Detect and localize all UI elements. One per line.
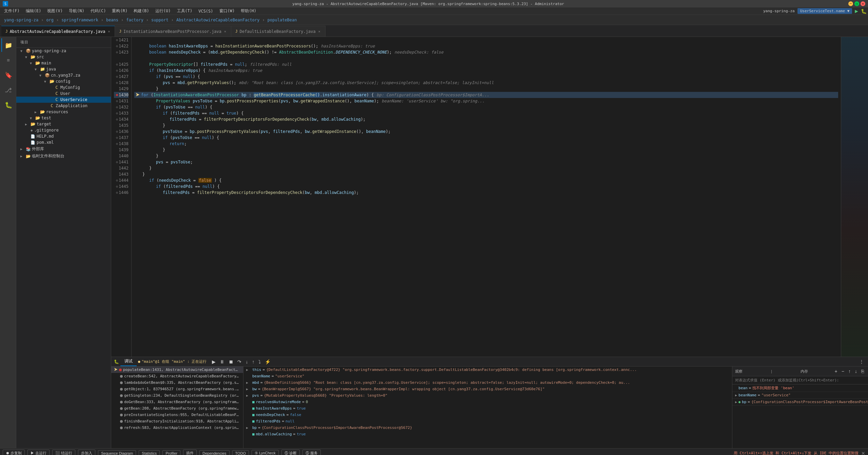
close-tab-3[interactable]: ✕ xyxy=(318,29,321,34)
menu-file[interactable]: 文件(F) xyxy=(1,7,22,15)
stack-frame-active[interactable]: ⮞ populateBean:1431, AbstractAutowireCap… xyxy=(111,367,243,373)
tree-item-resources[interactable]: ▶ 📂 resources xyxy=(16,109,111,115)
breadcrumb-method[interactable]: populateBean xyxy=(266,17,298,23)
var-item-needsdepcheck[interactable]: ▶ ■ needsDepCheck = false xyxy=(243,412,732,418)
debug-step-out-btn[interactable]: ↑ xyxy=(251,358,256,365)
debug-step-over-btn[interactable]: ↷ xyxy=(236,358,243,365)
btn-dependencies[interactable]: Dependencies xyxy=(199,450,229,455)
tree-item-package[interactable]: ▼ 📦 cn.yang37.za xyxy=(16,72,111,78)
tree-item-zaapp[interactable]: ▶ C ZaApplication xyxy=(16,103,111,109)
var-item-filteredpds[interactable]: ▶ ■ filteredPds = null xyxy=(243,418,732,424)
breadcrumb-springframework[interactable]: springframework xyxy=(60,17,99,23)
stack-frame-2[interactable]: lambda$doGetBean$0:335, AbstractBeanFact… xyxy=(111,379,243,386)
run-config[interactable]: UserServiceTest.name ▼ xyxy=(797,8,852,14)
var-item-bw[interactable]: ▶ bw = {BeanWrapperImpl@5667} "org.sprin… xyxy=(243,386,732,392)
warning-close-btn[interactable]: ✕ xyxy=(861,451,865,455)
btn-services[interactable]: ⑤ 服务 xyxy=(302,450,321,455)
tree-item-config[interactable]: ▼ 📂 config xyxy=(16,78,111,84)
btn-todo[interactable]: TODO xyxy=(232,450,249,455)
stack-panel[interactable]: ⮞ populateBean:1431, AbstractAutowireCap… xyxy=(111,367,243,448)
code-editor[interactable]: ◇1421 ◇1422 ◇1423 ◇1425 ◇1426 xyxy=(111,37,868,357)
close-btn[interactable]: ✕ xyxy=(861,1,865,6)
activity-git[interactable]: ⎇ xyxy=(1,83,15,97)
var-item-pvs[interactable]: ▶ pvs = {MutablePropertyValues@5668} "Pr… xyxy=(243,392,732,399)
watch-remove-btn[interactable]: − xyxy=(840,368,846,375)
var-item-this[interactable]: ▶ this = {DefaultListableBeanFactory@472… xyxy=(243,367,732,373)
var-expand-bp[interactable]: ▶ xyxy=(246,426,251,430)
stack-frame-3[interactable]: getObject:1, 837946527 (org.springframew… xyxy=(111,386,243,392)
debug-pause-btn[interactable]: ⏸ xyxy=(218,358,226,365)
activity-bookmark[interactable]: 🔖 xyxy=(1,68,15,82)
tree-item-pom[interactable]: 📄 pom.xml xyxy=(16,139,111,145)
menu-view[interactable]: 视图(V) xyxy=(44,7,65,15)
stack-frame-8[interactable]: finishBeanFactoryInitialization:918, Abs… xyxy=(111,418,243,424)
debug-tab-debugger[interactable]: 调试 xyxy=(120,357,137,366)
close-tab-2[interactable]: ✕ xyxy=(223,29,227,34)
watch-add-btn[interactable]: + xyxy=(833,368,839,375)
tree-item-gitignore[interactable]: ◆ .gitignore xyxy=(16,127,111,133)
menu-code[interactable]: 代码(C) xyxy=(88,7,109,15)
var-expand-bw[interactable]: ▶ xyxy=(246,387,251,391)
tree-item-myconfig[interactable]: ▶ C MyConfig xyxy=(16,84,111,91)
vars-panel[interactable]: ▶ this = {DefaultListableBeanFactory@472… xyxy=(243,367,732,448)
tree-item-java[interactable]: ▼ 📁 java xyxy=(16,66,111,72)
watch-down-btn[interactable]: ↓ xyxy=(853,368,859,375)
btn-statistics[interactable]: Statistics xyxy=(139,450,160,455)
stack-frame-7[interactable]: preInstantiateSingletons:955, DefaultLis… xyxy=(111,412,243,418)
tree-item-userservice[interactable]: ▶ C UserService xyxy=(16,97,111,103)
activity-structure[interactable]: ≡ xyxy=(1,53,15,67)
close-tab-1[interactable]: ✕ xyxy=(107,29,111,34)
var-item-hasinstawarebpps[interactable]: ▶ ■ hasInstAwareBpps = true xyxy=(243,405,732,412)
tree-item-temp[interactable]: ▶ 📂 临时文件和控制台 xyxy=(16,153,111,160)
btn-lyncheck[interactable]: ⑤ LynCheck xyxy=(252,450,279,455)
breadcrumb-beans[interactable]: beans xyxy=(105,17,120,23)
stack-frame-4[interactable]: getSingleton:234, DefaultSingletonBeanRe… xyxy=(111,392,243,399)
stack-frame-1[interactable]: createBean:542, AbstractAutowireCapableB… xyxy=(111,373,243,379)
tree-item-project[interactable]: ▼ 📦 yang-spring-za xyxy=(16,48,111,54)
tree-item-external-libs[interactable]: ▶ 📚 外部库 xyxy=(16,145,111,153)
debug-stop-btn[interactable]: ⏹ xyxy=(227,358,235,365)
btn-stop-run[interactable]: ⬛ 结运行 xyxy=(52,450,75,455)
btn-plugin[interactable]: 插件 xyxy=(183,450,197,455)
btn-step-copy[interactable]: ⏺ 步复制 xyxy=(3,450,25,455)
tree-item-user[interactable]: ▶ C User xyxy=(16,91,111,97)
activity-debug[interactable]: 🐛 xyxy=(1,98,15,112)
var-item-mbd-allowcaching[interactable]: ▶ ■ mbd.allowCaching = true xyxy=(243,431,732,437)
tree-item-src[interactable]: ▼ 📂 src xyxy=(16,54,111,60)
menu-help[interactable]: 帮助(H) xyxy=(238,7,259,15)
debug-step-into-btn[interactable]: ↓ xyxy=(244,358,249,365)
var-item-bp[interactable]: ▶ bp = {ConfigurationClassPostProcessor$… xyxy=(243,424,732,431)
watch-item-bp[interactable]: ▶ ● bp = {ConfigurationClassPostProcesso… xyxy=(732,399,868,405)
watch-tab-observe[interactable]: 观察 xyxy=(735,369,743,374)
var-item-resolvedautowire[interactable]: ▶ ■ resolvedAutowireMode = 0 xyxy=(243,399,732,405)
stack-frame-9[interactable]: refresh:583, AbstractApplicationContext … xyxy=(111,424,243,431)
btn-sequence[interactable]: Sequence Diagram xyxy=(98,450,136,455)
breadcrumb-org[interactable]: org xyxy=(45,17,55,23)
watch-copy-btn[interactable]: ⎘ xyxy=(860,368,865,375)
activity-project[interactable]: 📁 xyxy=(1,38,15,52)
breadcrumb-project[interactable]: yang-spring-za xyxy=(3,17,40,23)
tree-item-test[interactable]: ▼ 📂 test xyxy=(16,115,111,121)
tree-item-main[interactable]: ▼ 📂 main xyxy=(16,60,111,66)
breadcrumb-class[interactable]: AbstractAutowireCapableBeanFactory xyxy=(175,17,261,23)
btn-go-run[interactable]: ▶ 去运行 xyxy=(27,450,50,455)
tree-container[interactable]: ▼ 📦 yang-spring-za ▼ 📂 src ▼ 📂 main ▼ 📁 xyxy=(16,48,111,448)
var-item-beanname[interactable]: ▶ beanName = "userService" xyxy=(243,373,732,379)
btn-step-add[interactable]: 步加入 xyxy=(78,450,95,455)
watch-item-bean[interactable]: ▶ bean = 找不到局部变量 'bean' xyxy=(732,384,868,392)
menu-edit[interactable]: 编辑(E) xyxy=(23,7,44,15)
menu-run[interactable]: 运行(U) xyxy=(153,7,174,15)
watch-expand-beanname[interactable]: ▶ xyxy=(735,393,737,397)
menu-build[interactable]: 构建(B) xyxy=(131,7,152,15)
menu-nav[interactable]: 导航(N) xyxy=(66,7,87,15)
watch-up-btn[interactable]: ↑ xyxy=(847,368,852,375)
watch-expand-bp[interactable]: ▶ xyxy=(735,400,737,404)
maximize-btn[interactable]: □ xyxy=(854,1,859,6)
menu-window[interactable]: 窗口(W) xyxy=(217,7,238,15)
minimize-btn[interactable]: ─ xyxy=(848,1,853,6)
stack-frame-6[interactable]: getBean:208, AbstractBeanFactory (org.sp… xyxy=(111,405,243,412)
breadcrumb-support[interactable]: support xyxy=(150,17,170,23)
debug-resume-btn[interactable]: ▶ xyxy=(211,358,217,365)
debug-more-btn[interactable]: ⋮ xyxy=(858,358,865,365)
breadcrumb-factory[interactable]: factory xyxy=(125,17,145,23)
